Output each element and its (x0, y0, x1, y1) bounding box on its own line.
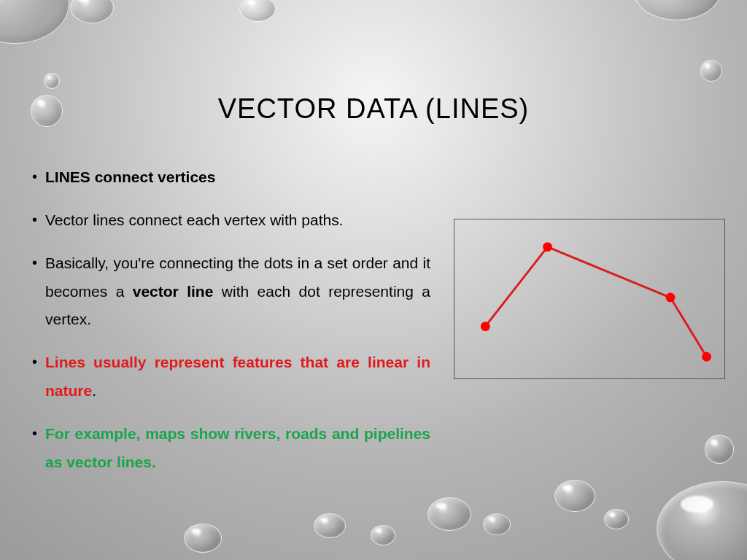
bubble-deco (239, 0, 276, 22)
line-svg (454, 219, 724, 378)
bullet-text: LINES connect vertices (45, 168, 215, 185)
svg-point-1 (543, 242, 552, 252)
bullet-text: Vector lines connect each vertex with pa… (45, 211, 344, 228)
bullet-list: LINES connect vertices Vector lines conn… (29, 163, 430, 491)
svg-point-2 (666, 293, 676, 303)
svg-point-3 (702, 352, 711, 362)
bullet-text-green: For example, maps show rivers, roads and… (45, 425, 430, 470)
bullet-item: Lines usually represent features that ar… (29, 349, 430, 405)
bubble-deco (184, 524, 222, 553)
bubble-deco (700, 60, 722, 82)
bullet-text-red: Lines usually represent features that ar… (45, 354, 430, 399)
bubble-deco (0, 0, 69, 44)
bullet-item: For example, maps show rivers, roads and… (29, 420, 430, 477)
bubble-deco (70, 0, 114, 23)
bubble-deco (483, 513, 511, 535)
bullet-item: LINES connect vertices (29, 163, 430, 192)
bubble-deco (314, 513, 346, 538)
bubble-deco (604, 509, 629, 529)
svg-point-0 (481, 322, 490, 331)
bubble-deco (44, 73, 60, 89)
bullet-item: Basically, you're connecting the dots in… (29, 249, 430, 335)
bullet-text-strong: vector line (133, 283, 214, 300)
slide-title: VECTOR DATA (LINES) (0, 93, 747, 125)
bubble-deco (554, 480, 595, 512)
bubble-deco (427, 497, 471, 531)
bubble-deco (705, 435, 734, 464)
bubble-deco (657, 481, 747, 560)
bubble-deco (633, 0, 721, 20)
bullet-item: Vector lines connect each vertex with pa… (29, 206, 430, 235)
line-diagram (454, 219, 725, 379)
bubble-deco (371, 525, 395, 545)
bullet-text: . (92, 382, 96, 399)
